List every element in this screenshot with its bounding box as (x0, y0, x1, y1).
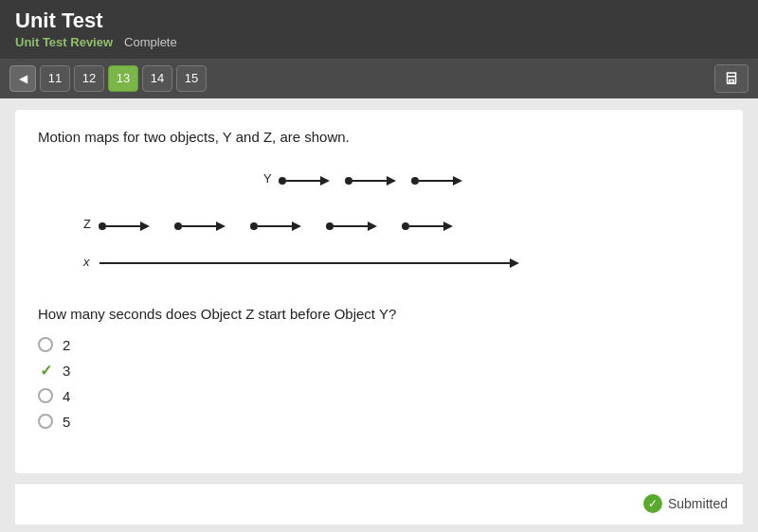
option-5[interactable]: 5 (38, 414, 720, 430)
svg-rect-1 (730, 80, 734, 82)
option-label-2: 2 (63, 337, 70, 353)
submitted-label: Submitted (668, 496, 728, 511)
svg-point-17 (174, 222, 182, 230)
svg-marker-25 (368, 222, 377, 231)
header-subtitle-row: Unit Test Review Complete (15, 35, 743, 49)
radio-circle-5[interactable] (38, 414, 53, 429)
nav-page-11[interactable]: 11 (40, 65, 70, 92)
question-card: Motion maps for two objects, Y and Z, ar… (15, 110, 743, 473)
nav-page-12[interactable]: 12 (74, 65, 104, 92)
svg-marker-31 (510, 258, 519, 268)
nav-page-13[interactable]: 13 (108, 65, 138, 92)
prev-button[interactable]: ◀ (9, 65, 36, 92)
page-title: Unit Test (15, 8, 743, 35)
radio-check-3: ✓ (38, 363, 53, 378)
svg-point-20 (250, 222, 258, 230)
svg-point-26 (402, 222, 409, 230)
header: Unit Test Unit Test Review Complete (0, 0, 758, 59)
option-label-5: 5 (63, 414, 70, 430)
nav-page-14[interactable]: 14 (142, 65, 172, 92)
radio-circle-2[interactable] (38, 337, 53, 352)
svg-marker-6 (320, 176, 330, 186)
svg-point-4 (279, 177, 286, 185)
svg-text:Z: Z (83, 217, 91, 231)
question-description: Motion maps for two objects, Y and Z, ar… (38, 129, 720, 145)
radio-circle-4[interactable] (38, 388, 53, 403)
option-4[interactable]: 4 (38, 388, 720, 404)
svg-point-14 (99, 222, 106, 230)
nav-bar: ◀ 11 12 13 14 15 (0, 59, 758, 98)
content-area: Motion maps for two objects, Y and Z, ar… (0, 98, 758, 532)
svg-point-23 (326, 222, 334, 230)
svg-marker-22 (292, 222, 301, 231)
motion-map: Y Z (38, 164, 720, 287)
svg-point-10 (411, 177, 419, 185)
svg-marker-12 (453, 176, 462, 186)
subtitle-label: Unit Test Review (15, 35, 113, 49)
motion-map-svg: Y Z (38, 164, 720, 287)
svg-marker-28 (443, 222, 453, 231)
print-icon (723, 70, 740, 87)
svg-text:Y: Y (263, 171, 272, 186)
svg-point-7 (345, 177, 352, 185)
svg-point-2 (735, 78, 737, 80)
question-subtext: How many seconds does Object Z start bef… (38, 306, 720, 322)
nav-page-15[interactable]: 15 (176, 65, 207, 92)
svg-text:x: x (82, 255, 90, 269)
option-2[interactable]: 2 (38, 337, 720, 353)
footer-bar: ✓ Submitted (15, 483, 743, 524)
option-label-3: 3 (63, 363, 70, 379)
submitted-icon: ✓ (643, 494, 662, 513)
option-label-4: 4 (63, 388, 70, 404)
submitted-badge: ✓ Submitted (643, 494, 728, 513)
svg-marker-9 (387, 176, 396, 186)
status-badge: Complete (124, 35, 177, 49)
svg-marker-16 (140, 222, 150, 231)
answer-options: 2 ✓ 3 4 5 (38, 337, 720, 430)
option-3[interactable]: ✓ 3 (38, 363, 720, 379)
svg-marker-19 (216, 222, 226, 231)
print-button[interactable] (714, 64, 749, 93)
